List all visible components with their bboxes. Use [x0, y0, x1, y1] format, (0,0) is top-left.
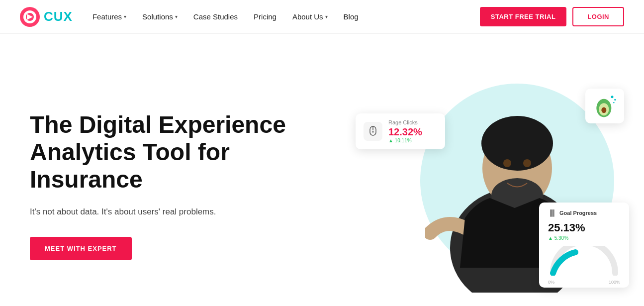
hero-section: The Digital Experience Analytics Tool fo…: [0, 34, 644, 306]
svg-point-5: [481, 116, 553, 171]
hero-title: The Digital Experience Analytics Tool fo…: [30, 111, 318, 194]
navbar-right: START FREE TRIAL LOGIN: [480, 7, 624, 26]
svg-point-17: [601, 107, 606, 113]
nav-item-about[interactable]: About Us ▾: [292, 12, 328, 21]
goal-progress-value: 25.13%: [548, 221, 620, 234]
hero-subtitle: It's not about data. It's about users' r…: [30, 207, 318, 217]
svg-point-13: [614, 99, 616, 101]
rage-clicks-content: Rage Clicks 12.32% ▲ 10.11%: [388, 119, 422, 143]
chevron-down-icon: ▾: [325, 14, 328, 19]
goal-progress-change: ▲ 5.30%: [548, 235, 620, 241]
logo-icon: [20, 7, 40, 27]
rage-clicks-change: ▲ 10.11%: [388, 138, 422, 143]
rage-clicks-icon: [364, 122, 382, 141]
rage-clicks-card: Rage Clicks 12.32% ▲ 10.11%: [356, 113, 445, 149]
hero-left: The Digital Experience Analytics Tool fo…: [30, 111, 318, 261]
goal-progress-chart: 0% 100%: [548, 246, 620, 281]
navbar-left: CUX Features ▾ Solutions ▾ Case Studies: [20, 7, 359, 27]
goal-bar-labels: 0% 100%: [548, 280, 620, 285]
goal-progress-header: ▐▌ Goal Progress: [548, 209, 620, 216]
nav-item-blog[interactable]: Blog: [344, 12, 359, 21]
rage-clicks-value: 12.32%: [388, 126, 422, 138]
hero-illustration: Rage Clicks 12.32% ▲ 10.11%: [351, 74, 624, 298]
rage-clicks-label: Rage Clicks: [388, 119, 422, 125]
login-button[interactable]: LOGIN: [572, 7, 624, 26]
meet-expert-button[interactable]: MEET WITH EXPERT: [30, 237, 132, 260]
start-free-trial-button[interactable]: START FREE TRIAL: [480, 7, 567, 26]
svg-point-11: [372, 131, 374, 133]
avocado-icon: [592, 94, 617, 118]
nav-item-pricing[interactable]: Pricing: [254, 12, 276, 21]
nav-item-case-studies[interactable]: Case Studies: [193, 12, 238, 21]
chevron-down-icon: ▾: [175, 14, 178, 19]
avocado-card: [585, 89, 624, 123]
nav-links: Features ▾ Solutions ▾ Case Studies Pric…: [92, 12, 359, 21]
svg-point-8: [523, 159, 531, 167]
navbar: CUX Features ▾ Solutions ▾ Case Studies: [0, 0, 644, 34]
logo[interactable]: CUX: [20, 7, 73, 27]
logo-text: CUX: [44, 9, 73, 24]
bar-chart-icon: ▐▌: [548, 209, 556, 216]
svg-point-12: [611, 96, 614, 98]
goal-progress-card: ▐▌ Goal Progress 25.13% ▲ 5.30% 0% 100%: [539, 203, 629, 288]
chevron-down-icon: ▾: [124, 14, 126, 19]
svg-point-14: [613, 102, 615, 103]
nav-item-solutions[interactable]: Solutions ▾: [142, 12, 178, 21]
svg-point-7: [503, 159, 511, 167]
nav-item-features[interactable]: Features ▾: [92, 12, 126, 21]
